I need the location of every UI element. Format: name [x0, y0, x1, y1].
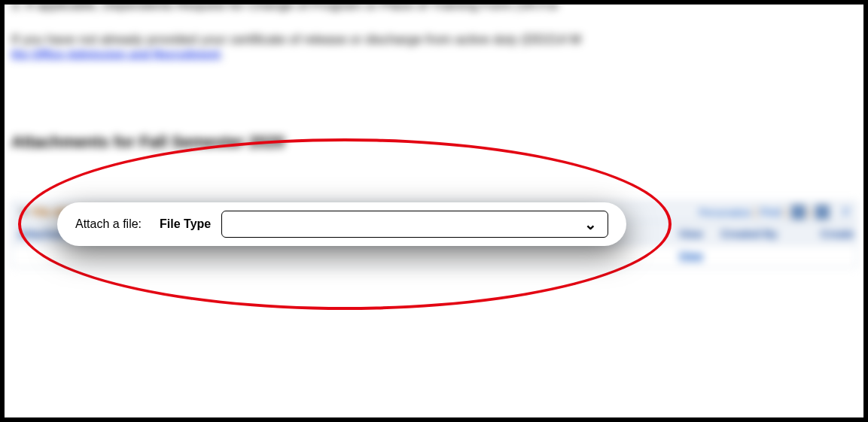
attachments-section-title: Attachments for Fall Semester 2020: [11, 133, 857, 151]
separator: |: [784, 206, 787, 218]
separator: |: [754, 206, 757, 218]
col-created[interactable]: Create: [821, 227, 868, 239]
first-link[interactable]: F: [843, 206, 850, 218]
separator: |: [809, 206, 812, 218]
table-row: View: [12, 245, 856, 267]
file-type-select[interactable]: ⌄: [221, 211, 608, 238]
dd214-note-text: If you have not already provided your ce…: [11, 32, 581, 46]
col-created-by[interactable]: Created By: [720, 227, 821, 239]
intro-item-3: 3. If applicable, Dependents Request for…: [11, 0, 857, 13]
cell-created: [821, 250, 868, 262]
dd214-note: If you have not already provided your ce…: [11, 32, 857, 47]
personalize-link[interactable]: Personalize: [699, 206, 751, 217]
view-link[interactable]: View: [678, 250, 702, 262]
chevron-down-icon: ⌄: [584, 215, 597, 233]
attach-file-label: Attach a file:: [75, 217, 142, 231]
refresh-icon[interactable]: [791, 205, 805, 219]
col-view[interactable]: View: [678, 227, 720, 239]
attach-file-panel: Attach a file: File Type ⌄: [57, 202, 626, 246]
spreadsheet-icon[interactable]: [815, 205, 829, 219]
cell-attached-file: [18, 250, 448, 262]
dd214-punct: .: [220, 47, 223, 60]
cell-created-by: [720, 250, 821, 262]
find-link[interactable]: Find: [760, 206, 781, 218]
admissions-link[interactable]: the Office Admission and Recruitment: [11, 47, 220, 60]
cell-description: [448, 250, 678, 262]
file-type-label: File Type: [160, 217, 211, 231]
collapse-icon[interactable]: ▼: [18, 206, 29, 218]
